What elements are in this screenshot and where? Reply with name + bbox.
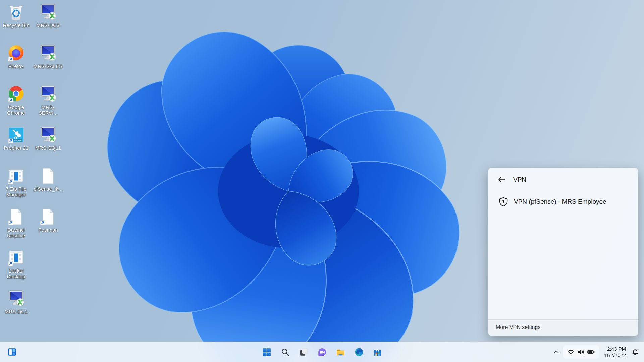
desktop-icon-mrs-dc1[interactable]: MRS-DC1 xyxy=(1,289,32,314)
desktop-icon-davinci-resolve[interactable]: DaVinci Resolve xyxy=(1,207,32,238)
rdp-computer-icon xyxy=(38,84,58,104)
volume-icon xyxy=(577,348,585,356)
clock[interactable]: 2:43 PM 11/2/2022 xyxy=(604,346,626,358)
desktop-icon-google-chrome[interactable]: Google Chrome xyxy=(1,84,32,116)
svg-text:z: z xyxy=(638,348,639,350)
edge-icon xyxy=(354,347,364,357)
desktop-icon-postman[interactable]: Postman xyxy=(33,207,63,233)
system-tray: 2:43 PM 11/2/2022 z z xyxy=(551,342,641,362)
recycle-bin-icon xyxy=(6,3,26,22)
vpn-panel-spacer xyxy=(488,211,638,319)
desktop-icon-label: Recycle Bin xyxy=(3,22,29,28)
desktop-icon-label: Prophet 21 xyxy=(4,145,28,151)
app-window-icon xyxy=(6,166,26,186)
store-button[interactable] xyxy=(370,345,384,359)
taskbar-center-icons xyxy=(260,345,384,359)
rdp-computer-icon xyxy=(38,44,58,63)
chrome-icon xyxy=(6,84,26,104)
desktop-icon-label: MRS-DC3 xyxy=(37,22,59,28)
desktop-icon-mrs-servi[interactable]: MRS-SERVI... xyxy=(33,84,63,116)
widgets-icon xyxy=(7,347,17,357)
taskbar: 2:43 PM 11/2/2022 z z xyxy=(0,342,644,362)
desktop-icon-label: MRS-SQL1 xyxy=(35,145,61,151)
tray-date: 11/2/2022 xyxy=(604,352,626,358)
notification-center-button[interactable]: z z xyxy=(629,345,641,359)
file-explorer-button[interactable] xyxy=(333,345,347,359)
rdp-computer-icon xyxy=(38,125,58,145)
document-shortcut-icon xyxy=(6,207,26,227)
desktop-icon-recycle-bin[interactable]: Recycle Bin xyxy=(1,3,32,28)
tray-overflow-button[interactable] xyxy=(551,345,562,359)
desktop-icon-label: pfSense_ik... xyxy=(34,186,63,192)
vpn-connection-item[interactable]: VPN (pfSense) - MRS Employee xyxy=(494,193,634,211)
svg-text:EPICOR: EPICOR xyxy=(12,139,22,141)
firefox-icon xyxy=(6,44,26,63)
desktop-icon-label: DaVinci Resolve xyxy=(1,227,32,238)
chevron-up-icon xyxy=(553,348,560,356)
desktop-icon-label: 7-Zip File Manager xyxy=(1,186,32,197)
vpn-flyout-header: VPN xyxy=(488,168,638,186)
desktop-icon-mrs-sql1[interactable]: MRS-SQL1 xyxy=(33,125,63,151)
desktop-icon-docker-desktop[interactable]: Docker Desktop xyxy=(1,248,32,279)
rdp-computer-icon xyxy=(38,3,58,22)
vpn-shield-icon xyxy=(498,197,508,207)
desktop-icon-label: MRS-DC1 xyxy=(5,309,28,314)
vpn-panel-title: VPN xyxy=(513,176,526,183)
search-button[interactable] xyxy=(278,345,292,359)
back-arrow-icon[interactable] xyxy=(498,176,506,183)
notification-bell-icon: z z xyxy=(631,348,639,356)
desktop-icon-prophet-21[interactable]: EPICORProphet 21 xyxy=(1,125,32,151)
prophet21-icon: EPICOR xyxy=(6,125,26,145)
vpn-connection-name: VPN (pfSense) - MRS Employee xyxy=(514,198,606,205)
task-view-icon xyxy=(299,347,309,357)
tray-time: 2:43 PM xyxy=(604,346,626,352)
desktop-icon-mrs-dc3[interactable]: MRS-DC3 xyxy=(33,3,63,28)
document-shortcut-icon xyxy=(38,207,58,227)
search-icon xyxy=(280,347,290,357)
chat-button[interactable] xyxy=(315,345,329,359)
desktop-icon-label: MRS-SALES xyxy=(34,63,63,69)
battery-icon xyxy=(587,348,595,356)
more-vpn-settings-link[interactable]: More VPN settings xyxy=(488,319,638,336)
document-icon xyxy=(38,166,58,186)
widgets-button[interactable] xyxy=(5,345,19,359)
wifi-icon xyxy=(567,348,575,356)
app-window-icon xyxy=(6,248,26,267)
file-explorer-icon xyxy=(336,347,345,357)
desktop-icon-mrs-sales[interactable]: MRS-SALES xyxy=(33,44,63,69)
store-icon xyxy=(373,347,382,357)
quick-settings-button[interactable] xyxy=(563,345,599,359)
vpn-flyout-panel: VPN VPN (pfSense) - MRS Employee More VP… xyxy=(488,168,638,336)
task-view-button[interactable] xyxy=(297,345,311,359)
desktop-icon-7-zip-file-manager[interactable]: 7-Zip File Manager xyxy=(1,166,32,197)
desktop-icon-label: Google Chrome xyxy=(1,104,32,116)
rdp-computer-icon xyxy=(6,289,26,308)
desktop-icon-pfsense-ik[interactable]: pfSense_ik... xyxy=(33,166,63,192)
desktop-icon-label: Docker Desktop xyxy=(1,268,32,279)
desktop-icon-label: Postman xyxy=(38,227,58,233)
edge-button[interactable] xyxy=(352,345,366,359)
start-button[interactable] xyxy=(260,345,274,359)
desktop-icon-label: MRS-SERVI... xyxy=(33,104,63,116)
desktop-icon-firefox[interactable]: Firefox xyxy=(1,44,32,69)
chat-icon xyxy=(317,347,327,357)
start-icon xyxy=(262,347,272,357)
desktop-icon-label: Firefox xyxy=(8,63,24,69)
